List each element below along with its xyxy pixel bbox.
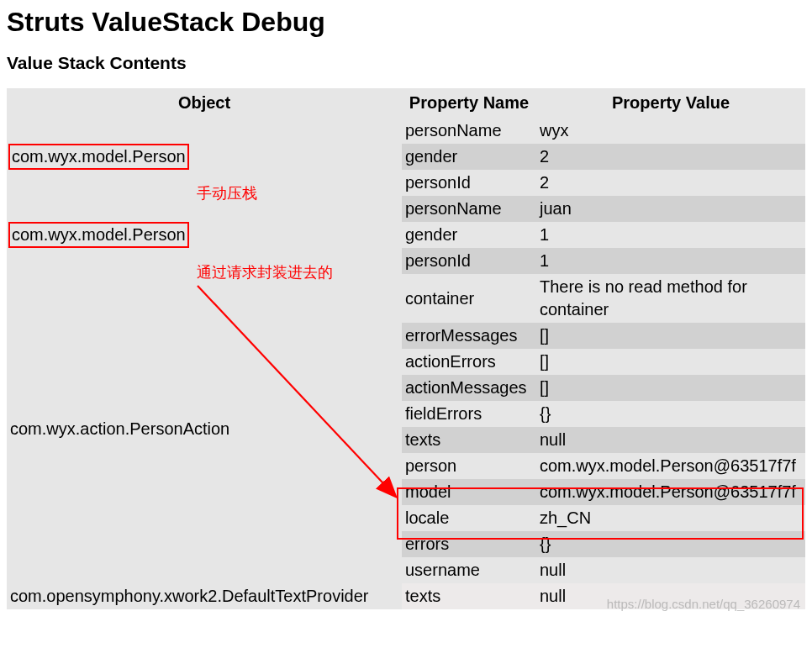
property-value: com.wyx.model.Person@63517f7f: [536, 479, 805, 505]
property-name: container: [402, 274, 536, 323]
property-value: juan: [536, 196, 805, 222]
property-name: texts: [402, 583, 536, 609]
annotation-request-wrap: 通过请求封装进去的: [197, 262, 333, 282]
property-value: {}: [536, 401, 805, 427]
col-header-object: Object: [7, 88, 402, 118]
annotation-manual-push: 手动压栈: [197, 183, 257, 203]
property-name: person: [402, 453, 536, 479]
col-header-propval: Property Value: [536, 88, 805, 118]
property-name: personId: [402, 248, 536, 274]
property-name: personName: [402, 196, 536, 222]
object-cell: com.wyx.action.PersonAction: [7, 274, 402, 583]
property-name: personId: [402, 170, 536, 196]
property-value: wyx: [536, 118, 805, 144]
property-value: 2: [536, 144, 805, 170]
property-name: fieldErrors: [402, 401, 536, 427]
property-value: null: [536, 427, 805, 453]
object-name: com.wyx.model.Person: [8, 222, 189, 248]
page-title: Struts ValueStack Debug: [7, 7, 805, 38]
col-header-propname: Property Name: [402, 88, 536, 118]
property-name: gender: [402, 222, 536, 248]
table-row: com.wyx.action.PersonActioncontainerTher…: [7, 274, 805, 323]
property-value: []: [536, 349, 805, 375]
object-name: com.wyx.model.Person: [8, 144, 189, 170]
property-value: []: [536, 323, 805, 349]
section-title: Value Stack Contents: [7, 53, 805, 73]
property-name: personName: [402, 118, 536, 144]
watermark-text: https://blog.csdn.net/qq_36260974: [607, 597, 800, 611]
property-name: actionErrors: [402, 349, 536, 375]
property-name: gender: [402, 144, 536, 170]
table-row: com.wyx.model.PersonpersonNamejuan: [7, 196, 805, 222]
property-value: com.wyx.model.Person@63517f7f: [536, 453, 805, 479]
table-row: com.wyx.model.PersonpersonNamewyx: [7, 118, 805, 144]
value-stack-table: Object Property Name Property Value com.…: [7, 88, 805, 609]
property-name: texts: [402, 427, 536, 453]
property-value: []: [536, 375, 805, 401]
property-value: {}: [536, 531, 805, 557]
property-value: There is no read method for container: [536, 274, 805, 323]
property-name: model: [402, 479, 536, 505]
property-name: actionMessages: [402, 375, 536, 401]
property-name: locale: [402, 505, 536, 531]
property-value: 1: [536, 222, 805, 248]
property-value: zh_CN: [536, 505, 805, 531]
property-name: username: [402, 557, 536, 583]
property-name: errors: [402, 531, 536, 557]
property-name: errorMessages: [402, 323, 536, 349]
property-value: null: [536, 557, 805, 583]
property-value: 2: [536, 170, 805, 196]
property-value: 1: [536, 248, 805, 274]
object-cell: com.opensymphony.xwork2.DefaultTextProvi…: [7, 583, 402, 609]
